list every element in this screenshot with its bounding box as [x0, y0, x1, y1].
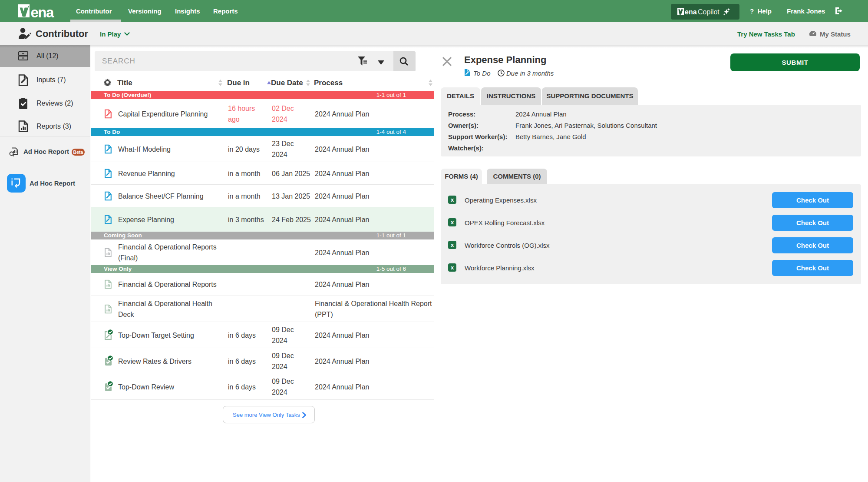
svg-text:ena: ena [31, 4, 55, 18]
svg-text:Copilot: Copilot [698, 8, 719, 16]
svg-text:ena: ena [685, 8, 697, 16]
